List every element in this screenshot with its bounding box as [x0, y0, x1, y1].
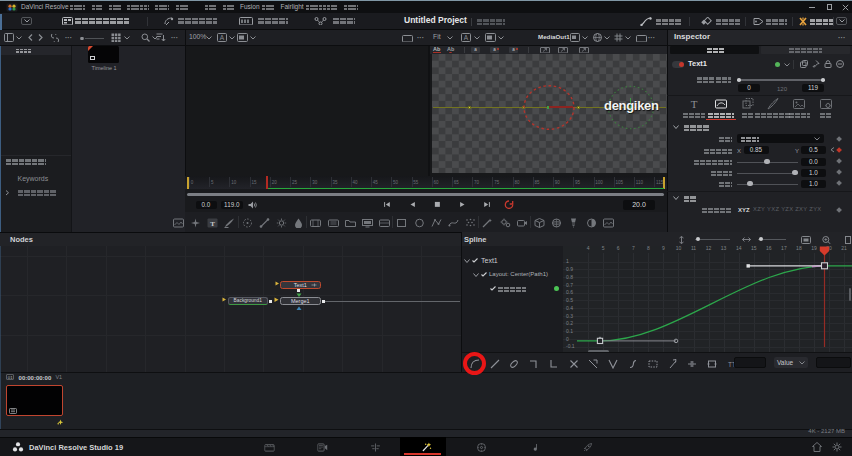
svg-text:A: A — [464, 34, 469, 41]
svg-text:T: T — [691, 98, 698, 110]
svg-text:A: A — [220, 34, 225, 41]
svg-text:T: T — [210, 219, 215, 227]
